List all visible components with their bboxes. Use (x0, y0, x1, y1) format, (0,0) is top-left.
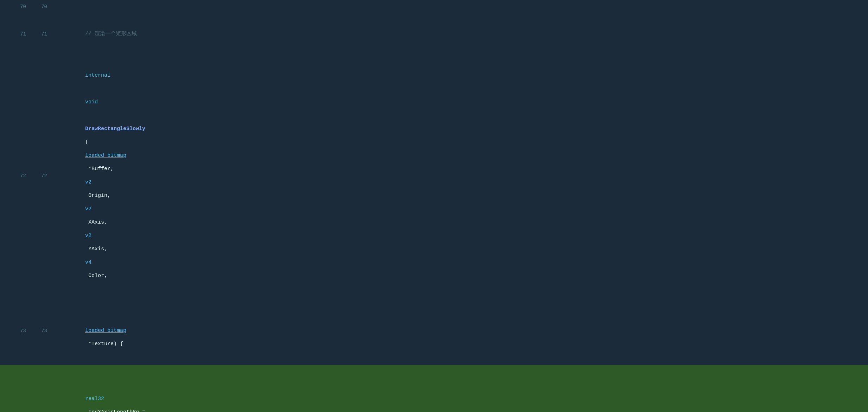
line-nums: 70 70 (11, 4, 53, 9)
code-line: 72 72 internal void DrawRectangleSlowly … (0, 55, 868, 297)
line-num-old: 71 (32, 31, 53, 37)
code-line: 70 70 (0, 0, 868, 13)
type: v4 (85, 259, 91, 265)
line-num-old: 72 (32, 173, 53, 179)
code-text: Color, (85, 273, 107, 279)
code-text (85, 314, 183, 320)
code-text: XAxis, (85, 219, 110, 225)
line-content: loaded_bitmap *Texture) { (53, 297, 868, 364)
code-comment: // 渲染一个矩形区域 (85, 31, 137, 37)
line-num-new: 71 (11, 31, 32, 37)
type: loaded_bitmap (85, 328, 126, 334)
type: real32 (85, 396, 104, 402)
type: v2 (85, 179, 91, 185)
line-num-old: 70 (32, 4, 53, 9)
line-nums: 73 73 (11, 328, 53, 334)
code-text: InvXAxisLengthSq = (85, 409, 148, 412)
line-num-new: 70 (11, 4, 32, 9)
code-line: 71 71 // 渲染一个矩形区域 (0, 13, 868, 55)
code-text: *Texture) { (85, 341, 123, 347)
line-nums: 72 72 (11, 173, 53, 179)
code-text: Origin, (85, 193, 114, 199)
line-nums: 71 71 (11, 31, 53, 37)
line-num-old: 73 (32, 328, 53, 334)
line-num-new: 72 (11, 173, 32, 179)
type: v2 (85, 233, 91, 239)
line-content: real32 InvXAxisLengthSq = 1.0f / LengthS… (53, 366, 868, 412)
keyword: internal (85, 72, 110, 78)
code-line: 73 73 loaded_bitmap *Texture) { (0, 297, 868, 365)
code-text (85, 86, 88, 92)
code-text: *Buffer, (85, 166, 117, 172)
keyword: void (85, 99, 98, 105)
line-content: // 渲染一个矩形区域 (53, 14, 868, 54)
editor-container: 70 70 71 71 // 渲染一个矩形区域 72 72 inter (0, 0, 868, 412)
line-content: internal void DrawRectangleSlowly ( load… (53, 56, 868, 296)
type: v2 (85, 206, 91, 212)
code-text: ( (85, 139, 88, 145)
code-text (85, 112, 88, 118)
line-num-new: 73 (11, 328, 32, 334)
code-text: YAxis, (85, 246, 110, 252)
top-code-section: 70 70 71 71 // 渲染一个矩形区域 72 72 inter (0, 0, 868, 412)
type: loaded_bitmap (85, 153, 126, 159)
function-name: DrawRectangleSlowly (85, 126, 145, 132)
code-text (85, 382, 98, 388)
code-line-added: 74+ real32 InvXAxisLengthSq = 1.0f / Len… (0, 365, 868, 412)
